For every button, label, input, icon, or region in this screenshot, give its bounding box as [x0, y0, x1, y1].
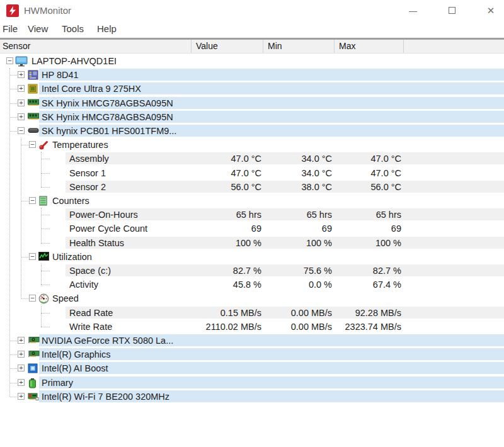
- tree-row-activity[interactable]: Activity 45.8 % 0.0 % 67.4 %: [0, 278, 504, 291]
- value-cell: 69: [176, 222, 261, 235]
- tree-row-intel-r-ai-boost[interactable]: + Intel(R) AI Boost: [0, 361, 504, 375]
- expand-plus-icon[interactable]: +: [18, 393, 25, 400]
- collapse-minus-icon[interactable]: −: [18, 127, 25, 134]
- row-label: Write Rate: [69, 320, 112, 334]
- tree-connector: [21, 257, 28, 257]
- tree-connector: [10, 131, 17, 132]
- column-separator[interactable]: [263, 40, 263, 53]
- value-cell: 82.7 %: [176, 264, 261, 278]
- expand-plus-icon[interactable]: +: [18, 85, 25, 92]
- computer-icon: [15, 56, 28, 67]
- row-label: Activity: [69, 278, 98, 291]
- collapse-minus-icon[interactable]: −: [29, 295, 36, 302]
- value-cell: 47.0 °C: [176, 152, 261, 166]
- hwmonitor-window: HWMonitor ✕ File View Tools Help Sensor …: [0, 0, 504, 447]
- tree-connector: [21, 201, 28, 201]
- max-cell: 67.4 %: [321, 278, 401, 291]
- menu-file[interactable]: File: [3, 23, 18, 34]
- tree-row-intel-r-wi-fi-7-be200-320mhz[interactable]: + Intel(R) Wi-Fi 7 BE200 320MHz: [0, 390, 504, 404]
- tree-connector: [41, 271, 50, 271]
- tree-connector: [10, 397, 17, 397]
- tree-row-intel-r-graphics[interactable]: + Intel(R) Graphics: [0, 348, 504, 361]
- tree-row-sk-hynix-pcb01-hfs001tfm9[interactable]: − SK hynix PCB01 HFS001TFM9...: [0, 124, 504, 138]
- tree-row-power-cycle-count[interactable]: Power Cycle Count 69 69 69: [0, 222, 504, 235]
- column-min[interactable]: Min: [268, 41, 282, 51]
- value-cell: 2110.02 MB/s: [176, 320, 261, 334]
- collapse-minus-icon[interactable]: −: [29, 197, 36, 204]
- maximize-button[interactable]: [437, 0, 466, 20]
- tree-row-counters[interactable]: − Counters: [0, 194, 504, 208]
- collapse-minus-icon[interactable]: −: [29, 141, 36, 148]
- column-separator[interactable]: [403, 40, 404, 53]
- tree-row-health-status[interactable]: Health Status 100 % 100 % 100 %: [0, 236, 504, 250]
- expand-plus-icon[interactable]: +: [18, 351, 25, 358]
- utilization-icon: [38, 252, 49, 261]
- tree-row-write-rate[interactable]: Write Rate 2110.02 MB/s 0.00 MB/s 2323.7…: [0, 320, 504, 334]
- close-button[interactable]: ✕: [476, 0, 504, 20]
- row-highlight: [39, 376, 504, 388]
- expand-plus-icon[interactable]: +: [18, 99, 25, 106]
- expand-plus-icon[interactable]: +: [18, 71, 25, 78]
- tree-connector: [10, 368, 17, 369]
- tree-row-power-on-hours[interactable]: Power-On-Hours 65 hrs 65 hrs 65 hrs: [0, 208, 504, 222]
- tree-guide-line: [41, 306, 42, 327]
- expand-plus-icon[interactable]: +: [18, 379, 25, 386]
- row-highlight: [39, 69, 504, 81]
- max-cell: 2323.74 MB/s: [321, 320, 401, 334]
- row-label: Counters: [52, 194, 89, 208]
- tree-row-assembly[interactable]: Assembly 47.0 °C 34.0 °C 47.0 °C: [0, 152, 504, 166]
- tree-guide-line: [41, 208, 42, 242]
- row-label: Intel(R) Wi-Fi 7 BE200 320MHz: [42, 390, 169, 404]
- tree-row-utilization[interactable]: − Utilization: [0, 250, 504, 264]
- maximize-icon: [449, 7, 455, 14]
- tree-row-temperatures[interactable]: − Temperatures: [0, 138, 504, 152]
- tree-row-sk-hynix-hmcg78agbsa095n[interactable]: + SK Hynix HMCG78AGBSA095N: [0, 96, 504, 110]
- tree-row-sensor-2[interactable]: Sensor 2 56.0 °C 38.0 °C 56.0 °C: [0, 180, 504, 194]
- minimize-button[interactable]: [398, 0, 427, 20]
- menu-tools[interactable]: Tools: [62, 23, 84, 34]
- max-cell: 65 hrs: [321, 208, 401, 222]
- window-title: HWMonitor: [24, 5, 71, 16]
- tree-row-primary[interactable]: + Primary: [0, 376, 504, 390]
- ram-icon: [28, 112, 39, 120]
- column-value[interactable]: Value: [196, 41, 218, 51]
- menu-help[interactable]: Help: [97, 23, 117, 34]
- tree-connector: [21, 298, 28, 299]
- expand-plus-icon[interactable]: +: [18, 365, 25, 371]
- column-separator[interactable]: [334, 40, 335, 53]
- column-separator[interactable]: [191, 40, 192, 53]
- row-label: Primary: [42, 376, 73, 390]
- tree-row-speed[interactable]: − Speed: [0, 291, 504, 305]
- tree-row-laptop-ahvqd1ei[interactable]: − LAPTOP-AHVQD1EI: [0, 54, 504, 68]
- tree-row-space-c[interactable]: Space (c:) 82.7 % 75.6 % 82.7 %: [0, 264, 504, 278]
- row-label: Intel Core Ultra 9 275HX: [42, 82, 141, 96]
- column-max[interactable]: Max: [339, 41, 355, 51]
- tree-row-nvidia-geforce-rtx-5080-la[interactable]: + NVIDIA GeForce RTX 5080 La...: [0, 334, 504, 348]
- collapse-minus-icon[interactable]: −: [29, 253, 36, 260]
- row-label: Temperatures: [52, 138, 108, 152]
- tree-row-sensor-1[interactable]: Sensor 1 47.0 °C 34.0 °C 47.0 °C: [0, 166, 504, 180]
- row-label: SK hynix PCB01 HFS001TFM9...: [42, 124, 176, 138]
- close-icon: ✕: [487, 6, 495, 15]
- expand-plus-icon[interactable]: +: [18, 113, 25, 120]
- tree-connector: [10, 89, 17, 89]
- row-label: SK Hynix HMCG78AGBSA095N: [42, 110, 173, 124]
- value-cell: 100 %: [176, 236, 261, 250]
- tree-connector: [10, 103, 17, 104]
- collapse-minus-icon[interactable]: −: [6, 57, 13, 64]
- value-cell: 65 hrs: [176, 208, 261, 222]
- tree-row-intel-core-ultra-9-275hx[interactable]: + Intel Core Ultra 9 275HX: [0, 82, 504, 96]
- row-label: Power Cycle Count: [69, 222, 147, 235]
- expand-plus-icon[interactable]: +: [18, 337, 25, 344]
- max-cell: 47.0 °C: [321, 166, 401, 180]
- column-header: Sensor Value Min Max: [0, 38, 504, 54]
- row-highlight: [39, 362, 504, 374]
- row-label: Assembly: [69, 152, 109, 166]
- tree-row-sk-hynix-hmcg78agbsa095n[interactable]: + SK Hynix HMCG78AGBSA095N: [0, 110, 504, 124]
- menu-view[interactable]: View: [28, 23, 48, 34]
- max-cell: 100 %: [321, 236, 401, 250]
- tree-row-hp-8d41[interactable]: + HP 8D41: [0, 68, 504, 82]
- column-sensor[interactable]: Sensor: [3, 41, 30, 51]
- tree-row-read-rate[interactable]: Read Rate 0.15 MB/s 0.00 MB/s 92.28 MB/s: [0, 306, 504, 320]
- tree-connector: [41, 327, 50, 327]
